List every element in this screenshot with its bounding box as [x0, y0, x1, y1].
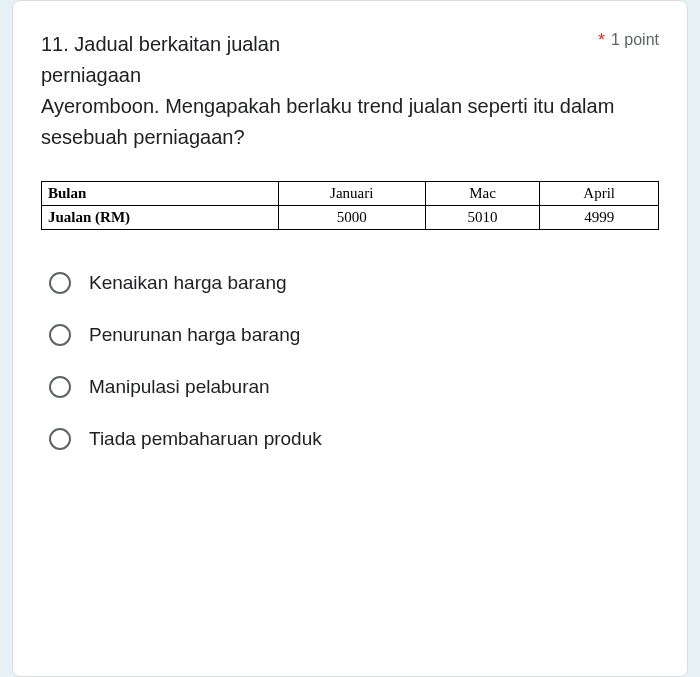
option-1[interactable]: Penurunan harga barang [41, 316, 659, 354]
question-text: perniagaan Ayeromboon. Mengapakah berlak… [41, 60, 659, 153]
option-label: Kenaikan harga barang [89, 272, 287, 294]
sales-table: Bulan Januari Mac April Jualan (RM) 5000… [41, 181, 659, 230]
points-indicator: * 1 point [598, 29, 659, 49]
required-asterisk: * [598, 31, 605, 49]
value-2: 4999 [540, 206, 659, 230]
month-header-1: Mac [425, 182, 540, 206]
row-label-header: Bulan [42, 182, 279, 206]
option-label: Manipulasi pelaburan [89, 376, 270, 398]
radio-icon [49, 272, 71, 294]
month-header-0: Januari [278, 182, 425, 206]
option-label: Tiada pembaharuan produk [89, 428, 322, 450]
option-3[interactable]: Tiada pembaharuan produk [41, 420, 659, 458]
truncation-indicator [41, 236, 659, 246]
radio-icon [49, 376, 71, 398]
table-row: Jualan (RM) 5000 5010 4999 [42, 206, 659, 230]
question-card: 11. Jadual berkaitan jualan * 1 point pe… [12, 0, 688, 677]
question-header: 11. Jadual berkaitan jualan * 1 point [41, 29, 659, 60]
value-0: 5000 [278, 206, 425, 230]
options-group: Kenaikan harga barang Penurunan harga ba… [41, 264, 659, 458]
month-header-2: April [540, 182, 659, 206]
option-0[interactable]: Kenaikan harga barang [41, 264, 659, 302]
table-row: Bulan Januari Mac April [42, 182, 659, 206]
question-title-line1: 11. Jadual berkaitan jualan [41, 29, 590, 60]
radio-icon [49, 428, 71, 450]
points-label: 1 point [611, 31, 659, 49]
value-row-header: Jualan (RM) [42, 206, 279, 230]
option-2[interactable]: Manipulasi pelaburan [41, 368, 659, 406]
value-1: 5010 [425, 206, 540, 230]
option-label: Penurunan harga barang [89, 324, 300, 346]
radio-icon [49, 324, 71, 346]
